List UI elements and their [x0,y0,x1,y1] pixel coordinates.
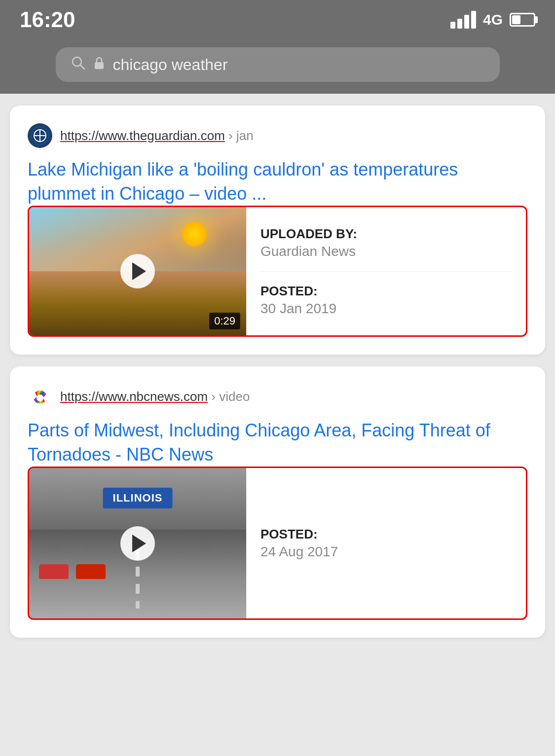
uploaded-by-value: Guardian News [260,244,512,259]
search-field[interactable]: chicago weather [56,47,500,82]
result-card-guardian: https://www.theguardian.com › jan Lake M… [10,106,545,355]
play-triangle-icon-nbc [132,535,146,552]
guardian-video-thumb: 0:29 [29,207,246,335]
status-time: 16:20 [20,7,75,32]
svg-point-13 [37,395,43,401]
status-icons: 4G [450,11,535,29]
search-query: chicago weather [113,56,228,74]
search-icon [71,55,85,74]
play-button-nbc[interactable] [120,526,155,561]
cars-element [39,564,106,579]
guardian-video-card[interactable]: 0:29 UPLOADED BY: Guardian News POSTED: … [28,206,527,337]
nbc-domain: https://www.nbcnews.com [60,389,208,404]
posted-section-nbc: POSTED: 24 Aug 2017 [260,527,512,560]
illinois-sign: ILLINOIS [103,488,173,508]
posted-label-nbc: POSTED: [260,527,512,542]
search-bar-container: chicago weather [0,39,555,94]
guardian-video-meta: UPLOADED BY: Guardian News POSTED: 30 Ja… [246,207,526,335]
posted-section-guardian: POSTED: 30 Jan 2019 [260,284,512,317]
guardian-logo [28,123,52,148]
nbc-logo [28,384,52,409]
nbc-video-card[interactable]: ILLINOIS POSTED: 24 Aug 2017 [28,467,527,620]
guardian-path: › jan [228,128,254,143]
network-label: 4G [483,11,503,28]
guardian-domain: https://www.theguardian.com [60,128,225,143]
battery-fill [512,15,520,24]
uploaded-by-section: UPLOADED BY: Guardian News [260,226,512,259]
result-header-guardian: https://www.theguardian.com › jan [28,123,527,148]
status-bar: 16:20 4G [0,0,555,39]
search-results: https://www.theguardian.com › jan Lake M… [0,94,555,649]
result-header-nbc: https://www.nbcnews.com › video [28,384,527,409]
video-duration: 0:29 [209,313,240,329]
nbc-title[interactable]: Parts of Midwest, Including Chicago Area… [28,420,490,465]
signal-bars-icon [450,11,476,29]
posted-value-nbc: 24 Aug 2017 [260,544,512,560]
meta-divider [260,271,512,272]
nbc-url[interactable]: https://www.nbcnews.com › video [60,389,250,404]
nbc-video-thumb: ILLINOIS [29,468,246,618]
sun-element [182,222,207,247]
guardian-title[interactable]: Lake Michigan like a 'boiling cauldron' … [28,159,458,204]
uploaded-by-label: UPLOADED BY: [260,226,512,242]
posted-value-guardian: 30 Jan 2019 [260,301,512,317]
play-button-guardian[interactable] [120,254,155,288]
svg-line-1 [80,65,84,69]
result-card-nbc: https://www.nbcnews.com › video Parts of… [10,366,545,638]
play-triangle-icon [132,262,146,280]
lock-icon [93,56,105,73]
svg-rect-2 [95,62,104,69]
nbc-video-meta: POSTED: 24 Aug 2017 [246,468,526,618]
battery-icon [510,13,535,27]
car-1 [39,564,69,579]
guardian-url[interactable]: https://www.theguardian.com › jan [60,128,254,144]
nbc-path: › video [211,389,250,404]
posted-label-guardian: POSTED: [260,284,512,299]
